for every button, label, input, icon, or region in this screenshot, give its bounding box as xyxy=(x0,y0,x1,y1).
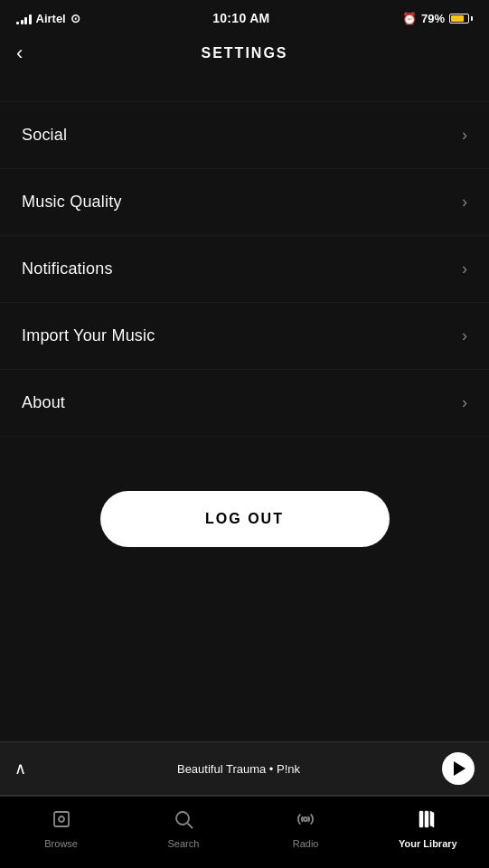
your-library-icon xyxy=(417,808,438,834)
menu-label-social: Social xyxy=(22,126,67,145)
menu-item-social[interactable]: Social › xyxy=(0,101,489,169)
nav-label-your-library: Your Library xyxy=(399,838,457,849)
logout-button[interactable]: LOG OUT xyxy=(100,491,390,547)
nav-label-browse: Browse xyxy=(44,838,78,849)
svg-point-2 xyxy=(176,812,189,825)
svg-line-3 xyxy=(187,824,193,829)
nav-label-radio: Radio xyxy=(293,838,319,849)
mini-player[interactable]: ∧ Beautiful Trauma • P!nk xyxy=(0,741,489,796)
wifi-icon: ⊙ xyxy=(71,12,80,25)
chevron-right-icon: › xyxy=(462,193,467,212)
chevron-right-icon: › xyxy=(462,126,467,145)
menu-label-about: About xyxy=(22,393,65,412)
svg-rect-6 xyxy=(425,811,428,827)
svg-rect-0 xyxy=(54,812,69,826)
page-title: SETTINGS xyxy=(201,45,287,61)
svg-point-4 xyxy=(304,817,307,821)
settings-header: ‹ SETTINGS xyxy=(0,33,489,74)
chevron-right-icon: › xyxy=(462,259,467,278)
alarm-icon: ⏰ xyxy=(402,12,417,25)
chevron-right-icon: › xyxy=(462,393,467,412)
status-time: 10:10 AM xyxy=(212,11,269,25)
play-button[interactable] xyxy=(442,752,475,785)
nav-label-search: Search xyxy=(167,838,199,849)
status-right: ⏰ 79% xyxy=(402,12,473,25)
bottom-navigation: Browse Search Radio xyxy=(0,796,489,868)
settings-menu: Social › Music Quality › Notifications ›… xyxy=(0,101,489,437)
nav-item-browse[interactable]: Browse xyxy=(0,808,122,849)
menu-label-import-music: Import Your Music xyxy=(22,326,155,345)
menu-item-music-quality[interactable]: Music Quality › xyxy=(0,169,489,236)
nav-item-your-library[interactable]: Your Library xyxy=(367,808,489,849)
mini-player-info: Beautiful Trauma • P!nk xyxy=(35,762,442,776)
search-icon xyxy=(173,808,194,834)
radio-icon xyxy=(295,808,316,834)
logout-container: LOG OUT xyxy=(0,491,489,547)
browse-icon xyxy=(51,808,72,834)
menu-label-music-quality: Music Quality xyxy=(22,193,122,212)
svg-point-1 xyxy=(59,816,64,822)
battery-icon xyxy=(449,14,473,24)
status-left: Airtel ⊙ xyxy=(16,12,80,25)
expand-icon: ∧ xyxy=(14,759,26,778)
status-bar: Airtel ⊙ 10:10 AM ⏰ 79% xyxy=(0,0,489,33)
menu-item-import-music[interactable]: Import Your Music › xyxy=(0,303,489,370)
play-icon xyxy=(454,761,465,776)
menu-item-notifications[interactable]: Notifications › xyxy=(0,236,489,303)
back-button[interactable]: ‹ xyxy=(16,43,23,63)
chevron-right-icon: › xyxy=(462,326,467,345)
battery-percent: 79% xyxy=(421,12,445,25)
menu-label-notifications: Notifications xyxy=(22,259,113,278)
menu-item-about[interactable]: About › xyxy=(0,370,489,437)
nav-item-search[interactable]: Search xyxy=(122,808,244,849)
nav-item-radio[interactable]: Radio xyxy=(245,808,367,849)
signal-icon xyxy=(16,13,32,24)
svg-rect-5 xyxy=(419,811,423,827)
mini-player-track: Beautiful Trauma • P!nk xyxy=(177,762,300,776)
carrier-label: Airtel xyxy=(36,12,66,25)
